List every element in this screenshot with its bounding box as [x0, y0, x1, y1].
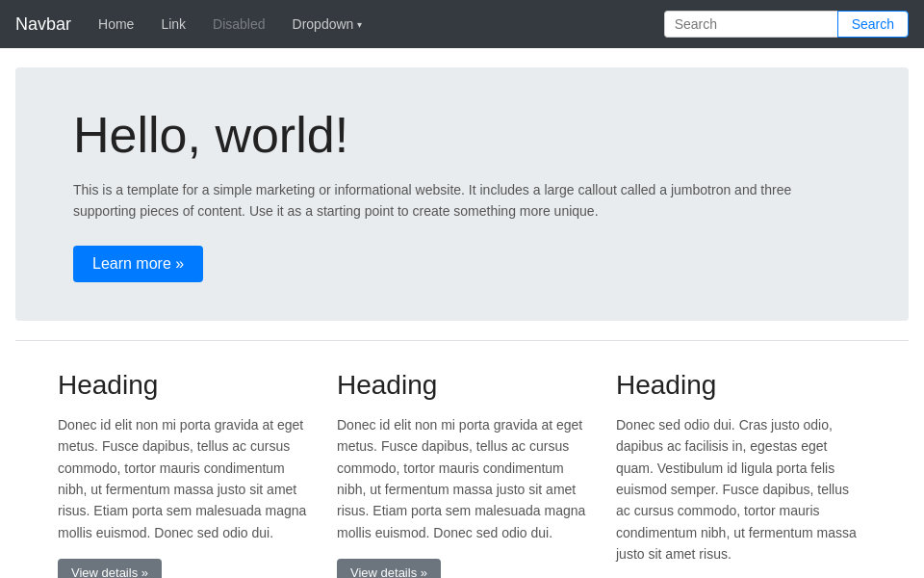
content-col-2: Heading Donec id elit non mi porta gravi… [337, 370, 587, 578]
nav-link-home[interactable]: Home [87, 9, 145, 39]
col-1-view-details-button[interactable]: View details » [58, 559, 162, 578]
search-button[interactable]: Search [837, 11, 909, 38]
col-3-heading: Heading [616, 370, 866, 401]
navbar: Navbar Home Link Disabled Dropdown Searc… [0, 0, 924, 48]
col-1-body: Donec id elit non mi porta gravida at eg… [58, 414, 308, 543]
jumbotron: Hello, world! This is a template for a s… [15, 67, 909, 321]
nav-link-dropdown[interactable]: Dropdown [281, 9, 374, 39]
content-col-1: Heading Donec id elit non mi porta gravi… [58, 370, 308, 578]
col-2-view-details-button[interactable]: View details » [337, 559, 441, 578]
search-input[interactable] [664, 11, 837, 38]
col-3-body: Donec sed odio dui. Cras justo odio, dap… [616, 414, 866, 565]
navbar-brand[interactable]: Navbar [15, 14, 71, 35]
nav-link-link[interactable]: Link [149, 9, 197, 39]
nav-links: Home Link Disabled Dropdown [87, 9, 664, 39]
col-2-body: Donec id elit non mi porta gravida at eg… [337, 414, 587, 543]
content-area: Heading Donec id elit non mi porta gravi… [0, 341, 924, 578]
col-1-heading: Heading [58, 370, 308, 401]
col-2-heading: Heading [337, 370, 587, 401]
learn-more-button[interactable]: Learn more » [73, 246, 203, 282]
nav-link-disabled: Disabled [201, 9, 276, 39]
jumbotron-heading: Hello, world! [73, 106, 851, 164]
content-col-3: Heading Donec sed odio dui. Cras justo o… [616, 370, 866, 578]
jumbotron-description: This is a template for a simple marketin… [73, 179, 824, 223]
navbar-search: Search [664, 11, 909, 38]
